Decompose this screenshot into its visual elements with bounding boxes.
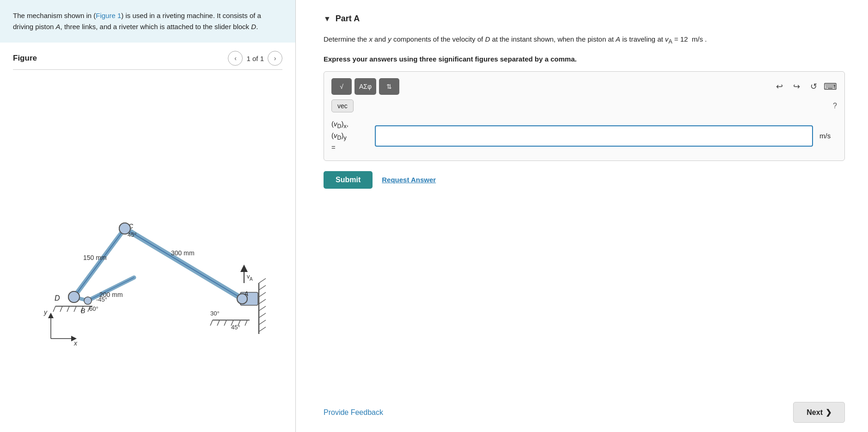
figure-link[interactable]: Figure 1 — [96, 12, 121, 19]
collapse-arrow[interactable]: ▼ — [324, 15, 331, 23]
submit-button[interactable]: Submit — [324, 171, 373, 189]
svg-line-21 — [259, 320, 266, 325]
svg-line-13 — [245, 320, 247, 326]
svg-line-15 — [259, 278, 266, 283]
vec-row: vec ? — [331, 99, 837, 112]
svg-line-1 — [53, 306, 55, 312]
answer-box: √ ΑΣφ ⇅ ↩ ↪ ↺ ⌨ vec ? (vD)x, (vD)y = — [324, 71, 845, 161]
answer-input[interactable] — [375, 125, 813, 147]
svg-line-8 — [210, 320, 213, 326]
provide-feedback-button[interactable]: Provide Feedback — [324, 408, 383, 417]
svg-text:45°: 45° — [231, 324, 240, 331]
input-row: (vD)x, (vD)y = m/s — [331, 119, 837, 153]
svg-line-19 — [259, 306, 266, 311]
math-icon: √ — [340, 83, 343, 90]
figure-next-button[interactable]: › — [268, 51, 282, 66]
refresh-button[interactable]: ↺ — [807, 80, 821, 93]
problem-description: The mechanism shown in (Figure 1) is use… — [0, 0, 295, 43]
svg-text:y: y — [43, 309, 48, 316]
svg-point-39 — [68, 291, 79, 302]
svg-text:60°: 60° — [89, 305, 98, 312]
request-answer-button[interactable]: Request Answer — [382, 176, 436, 184]
next-label: Next — [807, 408, 823, 417]
next-icon: ❯ — [825, 408, 831, 417]
figure-header: Figure ‹ 1 of 1 › — [0, 43, 295, 69]
svg-line-20 — [259, 313, 266, 318]
svg-text:-45°: -45° — [96, 296, 107, 303]
figure-prev-button[interactable]: ‹ — [228, 51, 243, 66]
svg-text:D: D — [55, 294, 60, 302]
svg-text:x: x — [73, 339, 78, 347]
problem-text: Determine the x and y components of the … — [324, 34, 845, 47]
action-row: Submit Request Answer — [324, 171, 845, 189]
svg-text:30°: 30° — [210, 310, 220, 317]
math-toolbar-button[interactable]: √ — [331, 78, 352, 95]
svg-point-42 — [237, 294, 247, 304]
figure-title: Figure — [13, 54, 222, 63]
input-label: (vD)x, (vD)y = — [331, 119, 368, 153]
svg-text:150 mm: 150 mm — [83, 254, 107, 261]
svg-text:A: A — [250, 277, 253, 282]
redo-button[interactable]: ↪ — [789, 80, 804, 93]
svg-line-4 — [74, 306, 76, 312]
left-panel: The mechanism shown in (Figure 1) is use… — [0, 0, 296, 432]
sigma-toolbar-button[interactable]: ΑΣφ — [355, 78, 376, 95]
vec-button[interactable]: vec — [331, 99, 354, 112]
svg-line-17 — [259, 292, 266, 297]
next-button[interactable]: Next ❯ — [793, 402, 845, 423]
svg-line-2 — [60, 306, 62, 312]
figure-count: 1 of 1 — [246, 55, 264, 62]
part-a-title: Part A — [336, 14, 360, 24]
keyboard-button[interactable]: ⌨ — [824, 81, 837, 92]
toolbar-row: √ ΑΣφ ⇅ ↩ ↪ ↺ ⌨ — [331, 78, 837, 95]
svg-line-35 — [125, 228, 242, 299]
arrows-toolbar-button[interactable]: ⇅ — [379, 78, 399, 95]
svg-text:45°: 45° — [128, 231, 137, 238]
undo-button[interactable]: ↩ — [772, 80, 787, 93]
svg-line-18 — [259, 299, 266, 304]
figure-image-area: D B C A — [0, 74, 295, 432]
svg-text:300 mm: 300 mm — [171, 249, 195, 257]
svg-text:B: B — [81, 307, 85, 315]
svg-line-3 — [67, 306, 69, 312]
svg-line-22 — [259, 327, 266, 332]
help-button[interactable]: ? — [833, 102, 837, 110]
figure-nav: ‹ 1 of 1 › — [228, 51, 282, 66]
arrows-label: ⇅ — [386, 83, 392, 90]
right-panel: ▼ Part A Determine the x and y component… — [296, 0, 868, 432]
svg-point-40 — [84, 297, 92, 304]
mechanism-diagram: D B C A — [28, 140, 268, 362]
figure-divider — [13, 69, 282, 70]
unit-label: m/s — [819, 132, 837, 140]
svg-line-9 — [217, 320, 220, 326]
problem-instruction: Express your answers using three signifi… — [324, 55, 845, 63]
bottom-row: Provide Feedback Next ❯ — [324, 393, 845, 423]
sigma-label: ΑΣφ — [359, 83, 372, 90]
svg-line-10 — [224, 320, 226, 326]
part-a-header: ▼ Part A — [324, 14, 845, 24]
svg-line-16 — [259, 285, 266, 290]
